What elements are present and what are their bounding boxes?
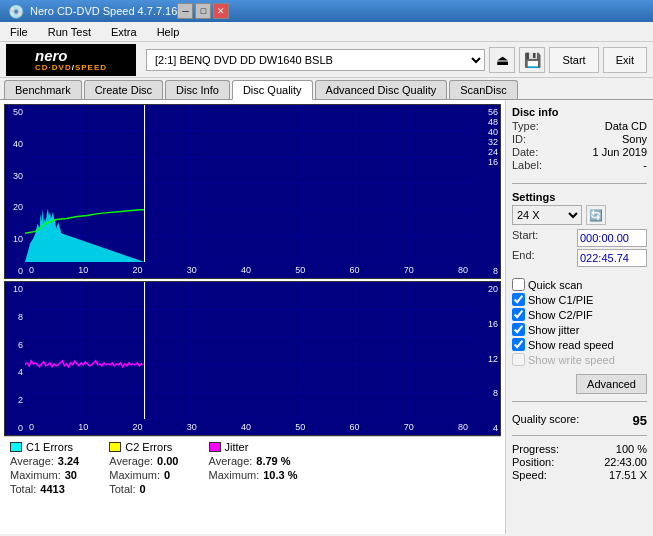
exit-button[interactable]: Exit [603, 47, 647, 73]
label-value: - [643, 159, 647, 171]
tab-benchmark[interactable]: Benchmark [4, 80, 82, 99]
menubar: File Run Test Extra Help [0, 22, 653, 42]
end-time-label: End: [512, 249, 535, 267]
minimize-button[interactable]: ─ [177, 3, 193, 19]
tab-advanced-disc-quality[interactable]: Advanced Disc Quality [315, 80, 448, 99]
advanced-button[interactable]: Advanced [576, 374, 647, 394]
c1-total-label: Total: [10, 483, 36, 495]
id-label: ID: [512, 133, 526, 145]
show-c2-pif-checkbox[interactable] [512, 308, 525, 321]
top-chart-y-right: 56 48 40 32 24 16 8 [472, 105, 500, 278]
show-jitter-checkbox[interactable] [512, 323, 525, 336]
checkboxes-section: Quick scan Show C1/PIE Show C2/PIF Show … [512, 278, 647, 368]
tab-disc-quality[interactable]: Disc Quality [232, 80, 313, 100]
bottom-chart-svg [25, 282, 472, 419]
c1-avg-value: 3.24 [58, 455, 79, 467]
legend-c1: C1 Errors Average: 3.24 Maximum: 30 Tota… [10, 441, 79, 502]
speed-label: Speed: [512, 469, 547, 481]
speed-value: 17.51 X [609, 469, 647, 481]
titlebar-title: Nero CD-DVD Speed 4.7.7.16 [30, 5, 177, 17]
legend-c2: C2 Errors Average: 0.00 Maximum: 0 Total… [109, 441, 178, 502]
c2-total-label: Total: [109, 483, 135, 495]
show-c1-pie-label: Show C1/PIE [528, 294, 593, 306]
tab-create-disc[interactable]: Create Disc [84, 80, 163, 99]
progress-value: 100 % [616, 443, 647, 455]
drive-select[interactable]: [2:1] BENQ DVD DD DW1640 BSLB [146, 49, 485, 71]
jitter-avg-label: Average: [209, 455, 253, 467]
jitter-color-box [209, 442, 221, 452]
show-c2-pif-label: Show C2/PIF [528, 309, 593, 321]
date-value: 1 Jun 2019 [593, 146, 647, 158]
show-jitter-label: Show jitter [528, 324, 579, 336]
quality-score-label: Quality score: [512, 413, 579, 428]
c1-total-value: 4413 [40, 483, 64, 495]
type-label: Type: [512, 120, 539, 132]
show-c1-pie-checkbox[interactable] [512, 293, 525, 306]
show-read-speed-label: Show read speed [528, 339, 614, 351]
date-label: Date: [512, 146, 538, 158]
legend-area: C1 Errors Average: 3.24 Maximum: 30 Tota… [4, 436, 501, 506]
top-chart-y-left: 50 40 30 20 10 0 [5, 105, 25, 278]
menu-extra[interactable]: Extra [105, 24, 143, 40]
show-write-speed-checkbox[interactable] [512, 353, 525, 366]
app-logo: nero CD·DVD/SPEED [6, 44, 136, 76]
jitter-title: Jitter [225, 441, 249, 453]
position-value: 22:43.00 [604, 456, 647, 468]
bottom-chart-y-left: 10 8 6 4 2 0 [5, 282, 25, 435]
quick-scan-label: Quick scan [528, 279, 582, 291]
c1-max-value: 30 [65, 469, 77, 481]
eject-button[interactable]: ⏏ [489, 47, 515, 73]
id-value: Sony [622, 133, 647, 145]
label-label: Label: [512, 159, 542, 171]
right-panel: Disc info Type: Data CD ID: Sony Date: 1… [505, 100, 653, 534]
refresh-button[interactable]: 🔄 [586, 205, 606, 225]
tab-bar: Benchmark Create Disc Disc Info Disc Qua… [0, 78, 653, 100]
c2-avg-value: 0.00 [157, 455, 178, 467]
maximize-button[interactable]: □ [195, 3, 211, 19]
toolbar: nero CD·DVD/SPEED [2:1] BENQ DVD DD DW16… [0, 42, 653, 78]
divider-2 [512, 401, 647, 402]
jitter-avg-value: 8.79 % [256, 455, 290, 467]
divider-3 [512, 435, 647, 436]
c2-max-value: 0 [164, 469, 170, 481]
app-icon: 💿 [8, 4, 24, 19]
legend-jitter: Jitter Average: 8.79 % Maximum: 10.3 % [209, 441, 298, 502]
c2-color-box [109, 442, 121, 452]
speed-select[interactable]: 24 X 8 X 16 X 32 X MAX [512, 205, 582, 225]
type-value: Data CD [605, 120, 647, 132]
menu-runtest[interactable]: Run Test [42, 24, 97, 40]
chart-wrapper: 50 40 30 20 10 0 56 48 40 32 24 16 8 [0, 100, 505, 534]
settings-section: Settings 24 X 8 X 16 X 32 X MAX 🔄 Start:… [512, 191, 647, 268]
settings-title: Settings [512, 191, 647, 203]
c1-avg-label: Average: [10, 455, 54, 467]
c1-color-box [10, 442, 22, 452]
c2-total-value: 0 [140, 483, 146, 495]
top-chart: 50 40 30 20 10 0 56 48 40 32 24 16 8 [4, 104, 501, 279]
close-button[interactable]: ✕ [213, 3, 229, 19]
show-read-speed-checkbox[interactable] [512, 338, 525, 351]
c2-max-label: Maximum: [109, 469, 160, 481]
disc-info-title: Disc info [512, 106, 647, 118]
save-button[interactable]: 💾 [519, 47, 545, 73]
jitter-max-label: Maximum: [209, 469, 260, 481]
menu-file[interactable]: File [4, 24, 34, 40]
c1-title: C1 Errors [26, 441, 73, 453]
bottom-chart-y-right: 20 16 12 8 4 [472, 282, 500, 435]
c2-title: C2 Errors [125, 441, 172, 453]
progress-section: Progress: 100 % Position: 22:43.00 Speed… [512, 443, 647, 482]
quality-score-value: 95 [633, 413, 647, 428]
tab-disc-info[interactable]: Disc Info [165, 80, 230, 99]
top-chart-svg [25, 105, 472, 262]
bottom-chart: 10 8 6 4 2 0 20 16 12 8 4 [4, 281, 501, 436]
start-button[interactable]: Start [549, 47, 598, 73]
quick-scan-checkbox[interactable] [512, 278, 525, 291]
menu-help[interactable]: Help [151, 24, 186, 40]
bottom-chart-x-axis: 0 10 20 30 40 50 60 70 80 [25, 419, 472, 435]
start-time-input[interactable] [577, 229, 647, 247]
divider-1 [512, 183, 647, 184]
show-write-speed-label: Show write speed [528, 354, 615, 366]
c2-avg-label: Average: [109, 455, 153, 467]
end-time-input[interactable] [577, 249, 647, 267]
quality-row: Quality score: 95 [512, 413, 647, 428]
tab-scandisc[interactable]: ScanDisc [449, 80, 517, 99]
